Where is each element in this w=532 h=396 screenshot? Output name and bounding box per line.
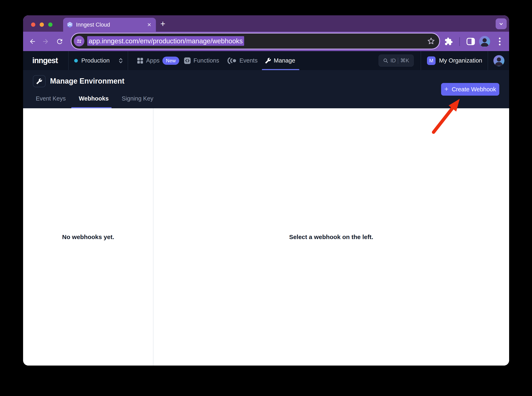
page-icon-box (33, 75, 46, 87)
tab-webhooks[interactable]: Webhooks (72, 93, 115, 104)
star-icon (427, 37, 435, 45)
extensions-button[interactable] (444, 37, 453, 46)
bookmark-star-button[interactable] (427, 37, 435, 45)
browser-toolbar: app.inngest.com/env/production/manage/we… (23, 32, 509, 51)
arrow-left-icon (29, 38, 36, 45)
search-button[interactable]: ID ⌘K (379, 55, 414, 67)
organization-switcher[interactable]: M My Organization (427, 51, 482, 70)
nav-item-functions[interactable]: Functions (184, 51, 219, 70)
traffic-minimize-button[interactable] (40, 23, 44, 27)
apps-grid-icon (137, 58, 143, 64)
inngest-favicon-icon (67, 22, 73, 28)
toolbar-divider (459, 37, 460, 46)
tab-title: Inngest Cloud (76, 22, 110, 28)
search-icon (383, 58, 388, 63)
arrow-right-icon (42, 38, 49, 45)
manage-environment-header: Manage Environment Event Keys Webhooks S… (23, 70, 509, 108)
url-text: app.inngest.com/env/production/manage/we… (87, 37, 244, 45)
new-badge: New (162, 57, 179, 65)
browser-menu-button[interactable] (499, 37, 501, 46)
nav-item-label: Functions (193, 57, 219, 64)
create-webhook-button[interactable]: + Create Webhook (441, 83, 499, 96)
nav-item-label: Apps (146, 57, 160, 64)
reload-button[interactable] (56, 38, 64, 45)
search-shortcut: ⌘K (400, 58, 409, 64)
env-status-dot-icon (74, 59, 78, 63)
detail-empty-message: Select a webhook on the left. (153, 233, 509, 240)
nav-item-label: Events (239, 57, 258, 64)
person-icon (493, 55, 504, 66)
puzzle-icon (444, 37, 453, 46)
search-id-label: ID (390, 58, 396, 64)
side-panel-icon (466, 38, 475, 45)
inngest-logo[interactable]: inngest (32, 51, 58, 70)
browser-profile-avatar[interactable] (479, 36, 490, 47)
side-panel-button[interactable] (466, 38, 475, 45)
app-nav-bar: inngest Production Apps New (23, 51, 509, 70)
nav-item-events[interactable]: Events (227, 51, 258, 70)
kebab-menu-icon (499, 37, 501, 46)
org-initial-badge: M (427, 56, 436, 65)
screenshot-background: Inngest Cloud ✕ + (0, 0, 532, 396)
events-waves-icon (227, 57, 237, 64)
avatar (493, 55, 504, 66)
org-name: My Organization (439, 57, 482, 64)
chevron-down-icon (498, 21, 504, 27)
traffic-close-button[interactable] (31, 23, 35, 27)
person-icon (479, 36, 490, 47)
address-bar[interactable]: app.inngest.com/env/production/manage/we… (71, 34, 439, 49)
browser-window: Inngest Cloud ✕ + (23, 15, 509, 366)
tab-strip: Inngest Cloud ✕ + (23, 15, 509, 32)
environment-switcher[interactable]: Production (74, 51, 123, 70)
wrench-icon (265, 58, 271, 64)
page-title: Manage Environment (50, 77, 124, 85)
nav-item-manage[interactable]: Manage (265, 51, 295, 70)
site-settings-button[interactable] (74, 36, 84, 47)
header-tabs: Event Keys Webhooks Signing Key (29, 93, 160, 104)
nav-item-label: Manage (274, 57, 295, 64)
webhooks-empty-message: No webhooks yet. (23, 233, 153, 240)
traffic-zoom-button[interactable] (48, 23, 52, 27)
chevron-updown-icon (118, 58, 123, 64)
tab-signing-key[interactable]: Signing Key (115, 93, 160, 104)
create-webhook-label: Create Webhook (452, 86, 496, 93)
environment-label: Production (81, 57, 110, 64)
tab-close-icon[interactable]: ✕ (147, 22, 151, 28)
main-content: No webhooks yet. Select a webhook on the… (23, 108, 509, 366)
back-button[interactable] (29, 38, 36, 45)
plus-icon: + (444, 85, 448, 93)
browser-tab[interactable]: Inngest Cloud ✕ (63, 18, 156, 32)
tab-search-button[interactable] (496, 18, 507, 29)
new-tab-button[interactable]: + (157, 19, 168, 29)
wrench-icon (36, 78, 42, 84)
tab-event-keys[interactable]: Event Keys (29, 93, 72, 104)
tune-icon (76, 38, 82, 44)
user-avatar-button[interactable] (493, 51, 504, 70)
reload-icon (56, 38, 64, 45)
forward-button[interactable] (42, 38, 49, 45)
nav-item-apps[interactable]: Apps New (137, 51, 179, 70)
functions-code-icon (184, 57, 191, 64)
